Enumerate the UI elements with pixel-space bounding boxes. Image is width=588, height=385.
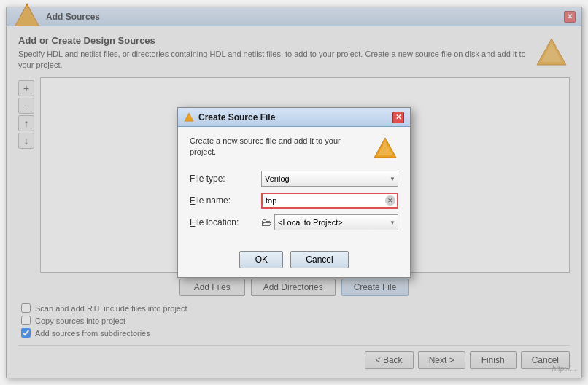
create-source-modal: Create Source File ✕ Create a new source… [177, 107, 411, 278]
modal-overlay: Create Source File ✕ Create a new source… [6, 7, 582, 378]
modal-footer: OK Cancel [178, 245, 410, 277]
file-type-label: File type: [190, 174, 255, 184]
modal-window-icon [184, 112, 194, 122]
modal-description: Create a new source file and add it to y… [190, 136, 366, 158]
file-name-input[interactable] [261, 192, 398, 209]
file-type-row: File type: Verilog VHDL SystemVerilog [190, 171, 398, 187]
modal-title: Create Source File [198, 112, 275, 122]
file-type-select[interactable]: Verilog VHDL SystemVerilog [261, 171, 398, 187]
file-location-label: File location: [190, 217, 255, 228]
modal-cancel-button[interactable]: Cancel [290, 251, 348, 268]
modal-close-button[interactable]: ✕ [392, 112, 404, 123]
clear-filename-button[interactable]: ✕ [385, 195, 395, 206]
modal-ok-button[interactable]: OK [239, 251, 283, 268]
modal-vivado-logo [372, 136, 398, 162]
file-location-row: File location: 🗁 <Local to Project> [190, 214, 398, 230]
file-name-row: File name: ✕ [190, 192, 398, 209]
file-location-select[interactable]: <Local to Project> [274, 214, 398, 230]
modal-title-bar: Create Source File ✕ [178, 108, 410, 127]
file-name-label: File name: [190, 195, 255, 206]
svg-marker-3 [185, 112, 193, 120]
